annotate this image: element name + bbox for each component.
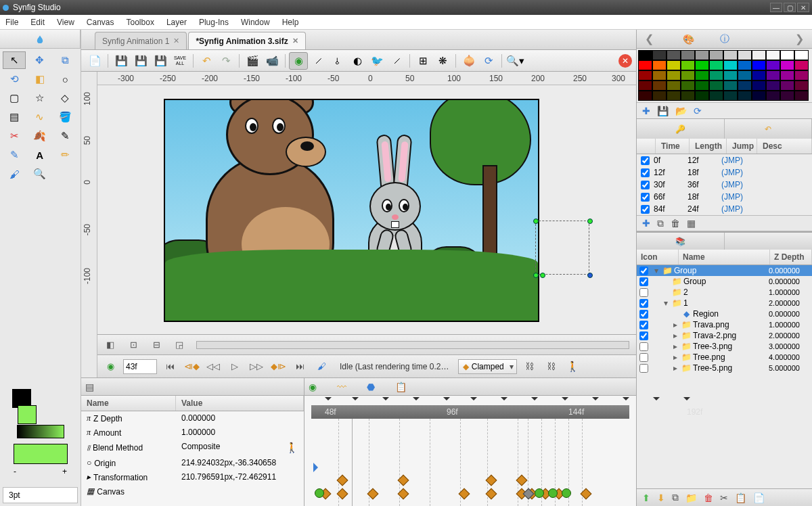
layer-visible-checkbox[interactable] bbox=[639, 364, 648, 373]
palette-swatch[interactable] bbox=[723, 60, 738, 70]
menu-edit[interactable]: Edit bbox=[30, 18, 45, 27]
layer-visible-checkbox[interactable] bbox=[639, 321, 648, 329]
timetrack-icon[interactable]: ◉ bbox=[309, 382, 317, 392]
save-as-icon[interactable]: 💾 bbox=[131, 52, 150, 70]
preview-icon[interactable]: 📹 bbox=[263, 52, 281, 70]
palette-swatch[interactable] bbox=[723, 91, 738, 101]
palette-swatch[interactable] bbox=[695, 70, 709, 80]
layer-expand-icon[interactable]: ▾ bbox=[652, 266, 660, 275]
kf-delete-icon[interactable]: 🗑 bbox=[671, 218, 680, 229]
kf-enable-checkbox[interactable] bbox=[641, 156, 650, 165]
tool-eyedrop[interactable]: ✎ bbox=[3, 146, 26, 164]
palette-swatch[interactable] bbox=[681, 50, 695, 60]
palette-swatch[interactable] bbox=[681, 91, 695, 101]
kf-add-icon[interactable]: ✚ bbox=[642, 218, 650, 229]
doc-tab-2[interactable]: *Synfig Animation 3.sifz✕ bbox=[188, 32, 305, 49]
palette-swatch[interactable] bbox=[752, 60, 766, 70]
tool-plant[interactable]: 🍂 bbox=[28, 127, 51, 145]
palette-swatch[interactable] bbox=[794, 60, 809, 70]
frame-input[interactable] bbox=[123, 359, 157, 374]
palette-swatch[interactable] bbox=[652, 60, 667, 70]
layer-expand-icon[interactable]: ▸ bbox=[671, 320, 679, 329]
canvas-viewport[interactable] bbox=[97, 85, 636, 334]
tool-star[interactable]: ☆ bbox=[28, 89, 51, 107]
tool-rectangle[interactable]: ▢ bbox=[3, 89, 26, 107]
menu-plugins[interactable]: Plug-Ins bbox=[199, 18, 229, 27]
keyframe-row[interactable]: 0f12f(JMP) bbox=[637, 154, 812, 166]
tool-text[interactable]: A bbox=[28, 146, 51, 164]
minimize-button[interactable]: — bbox=[770, 3, 782, 12]
onion-skin-icon[interactable]: ◉ bbox=[289, 52, 308, 70]
palette-swatch[interactable] bbox=[780, 50, 794, 60]
palette-swatch[interactable] bbox=[695, 91, 709, 101]
palette-swatch[interactable] bbox=[780, 60, 794, 70]
palette-swatch[interactable] bbox=[681, 80, 695, 91]
redo-icon[interactable]: ↷ bbox=[217, 52, 235, 70]
params-col-name[interactable]: Name bbox=[81, 396, 176, 411]
toolbox-tab[interactable] bbox=[0, 30, 81, 48]
palette-open-icon[interactable]: 📂 bbox=[675, 106, 687, 116]
onion-icon[interactable]: 🧅 bbox=[459, 52, 478, 70]
palette-swatch[interactable] bbox=[667, 91, 681, 101]
param-row[interactable]: π Amount1.000000 bbox=[81, 426, 304, 440]
seek-end-icon[interactable]: ⏭ bbox=[291, 359, 309, 375]
refresh-icon[interactable]: ⟳ bbox=[479, 52, 498, 70]
menu-canvas[interactable]: Canvas bbox=[87, 18, 114, 27]
layer-down-icon[interactable]: ⬇ bbox=[657, 492, 665, 503]
layer-up-icon[interactable]: ⬆ bbox=[642, 492, 650, 503]
palette-swatch[interactable] bbox=[780, 91, 794, 101]
navigator-tab[interactable]: ↶ bbox=[725, 119, 813, 139]
palette-swatch[interactable] bbox=[723, 70, 738, 80]
tool-smooth-move[interactable]: ✥ bbox=[28, 51, 51, 69]
param-row[interactable]: ○ Origin214.924032px,-36.340658 bbox=[81, 456, 304, 470]
origin-handle[interactable] bbox=[540, 273, 545, 278]
menu-layer[interactable]: Layer bbox=[166, 18, 187, 27]
kf-enable-checkbox[interactable] bbox=[641, 193, 650, 202]
palette-swatch[interactable] bbox=[667, 50, 681, 60]
tool-transform[interactable]: ↖ bbox=[3, 51, 26, 69]
layer-row[interactable]: ▾📁12.000000 bbox=[637, 298, 812, 308]
new-file-icon[interactable]: 📄 bbox=[85, 52, 104, 70]
layers-col-z[interactable]: Z Depth bbox=[770, 250, 812, 264]
palette-swatch[interactable] bbox=[638, 60, 652, 70]
palette-swatch[interactable] bbox=[766, 60, 780, 70]
kf-enable-checkbox[interactable] bbox=[641, 205, 650, 214]
layer-expand-icon[interactable]: ▾ bbox=[662, 298, 670, 308]
selection-handle[interactable] bbox=[533, 273, 539, 278]
seek-prev-kf-icon[interactable]: ⧏◆ bbox=[183, 359, 200, 375]
palette-swatch[interactable] bbox=[638, 50, 652, 60]
save-copy-icon[interactable]: 💾 bbox=[151, 52, 170, 70]
layers-col-name[interactable]: Name bbox=[679, 250, 770, 264]
palette-swatch[interactable] bbox=[695, 60, 709, 70]
kf-col-time[interactable]: Time bbox=[656, 139, 690, 154]
palette-swatch[interactable] bbox=[794, 80, 809, 91]
curves-icon[interactable]: 〰 bbox=[337, 382, 346, 392]
h-scrollbar[interactable] bbox=[196, 341, 629, 349]
palette-tab-icon[interactable]: 🎨 bbox=[658, 34, 720, 45]
palette-swatch[interactable] bbox=[638, 70, 652, 80]
kf-props-icon[interactable]: ▦ bbox=[687, 218, 696, 229]
kf-col-jump[interactable]: Jump bbox=[727, 139, 757, 154]
keyframe-row[interactable]: 84f24f(JMP) bbox=[637, 203, 812, 215]
palette-swatch[interactable] bbox=[752, 50, 766, 60]
tool-circle[interactable]: ○ bbox=[53, 70, 76, 88]
params-tab-icon[interactable]: ▤ bbox=[85, 382, 94, 392]
palette-swatch[interactable] bbox=[766, 91, 780, 101]
palette-swatch[interactable] bbox=[780, 70, 794, 80]
metadata-icon[interactable]: 📋 bbox=[395, 382, 407, 392]
palette-swatch[interactable] bbox=[638, 80, 652, 91]
tool-brush[interactable]: 🖌 bbox=[3, 165, 26, 183]
palette-swatch[interactable] bbox=[652, 91, 667, 101]
menu-icon[interactable]: ◧ bbox=[102, 337, 119, 353]
palette-swatch[interactable] bbox=[681, 60, 695, 70]
tool-spline[interactable]: ∿ bbox=[28, 108, 51, 126]
close-tab-icon[interactable]: ✕ bbox=[173, 37, 179, 45]
current-color[interactable] bbox=[14, 444, 68, 464]
palette-swatch[interactable] bbox=[709, 70, 723, 80]
menu-window[interactable]: Window bbox=[241, 18, 270, 27]
keyframe-row[interactable]: 30f36f(JMP) bbox=[637, 179, 812, 191]
seek-start-icon[interactable]: ⏮ bbox=[161, 359, 179, 375]
selection-handle[interactable] bbox=[533, 218, 539, 224]
menu-view[interactable]: View bbox=[57, 18, 74, 27]
save-icon[interactable]: 💾 bbox=[112, 52, 131, 70]
